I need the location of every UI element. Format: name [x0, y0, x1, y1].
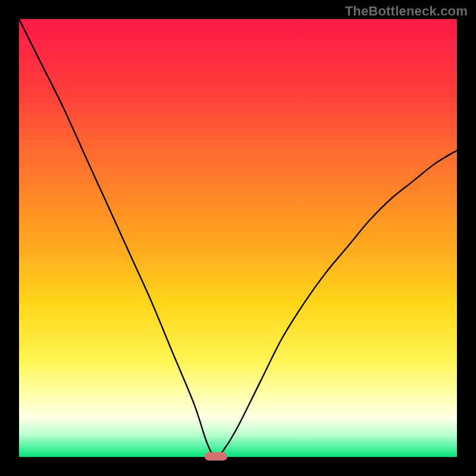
curve-svg — [19, 19, 457, 457]
watermark-text: TheBottleneck.com — [345, 4, 468, 19]
optimal-point-marker — [205, 452, 227, 461]
bottleneck-curve-path — [19, 19, 457, 457]
chart-frame: TheBottleneck.com — [0, 0, 476, 476]
plot-area — [19, 19, 457, 457]
